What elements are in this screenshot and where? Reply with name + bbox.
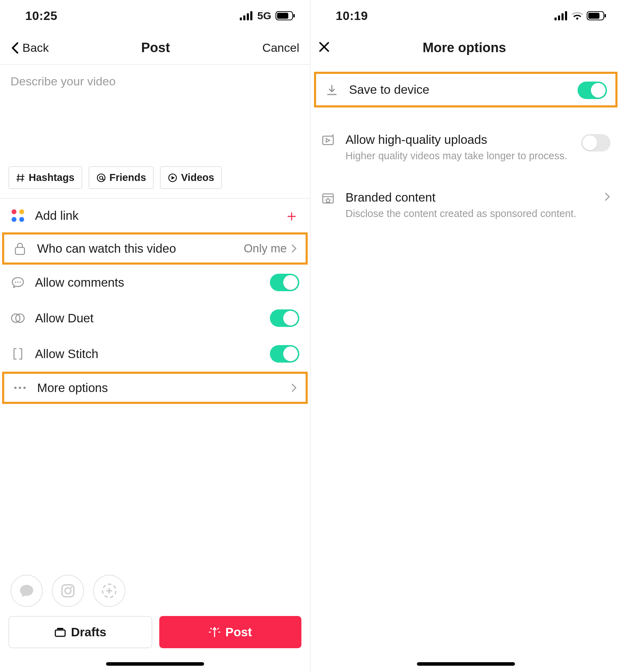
allow-duet-toggle[interactable]	[270, 309, 299, 327]
close-button[interactable]	[318, 40, 339, 56]
branded-content-sub: Disclose the content created as sponsore…	[346, 208, 594, 219]
battery-icon	[587, 11, 606, 20]
status-bar: 10:19	[310, 0, 621, 31]
svg-rect-29	[565, 11, 567, 20]
more-icon	[13, 386, 27, 390]
allow-stitch-label: Allow Stitch	[35, 347, 260, 361]
nav-bar: Back Post Cancel	[0, 31, 310, 65]
lock-icon	[13, 242, 27, 255]
hq-uploads-sub: Higher quality videos may take longer to…	[346, 150, 571, 162]
svg-point-13	[17, 281, 19, 283]
more-options-row[interactable]: More options	[2, 372, 308, 404]
home-indicator	[106, 662, 204, 666]
svg-point-30	[576, 18, 578, 20]
allow-duet-label: Allow Duet	[35, 311, 260, 325]
svg-rect-2	[247, 13, 249, 20]
svg-point-21	[65, 588, 71, 594]
svg-rect-32	[588, 13, 600, 19]
videos-chip[interactable]: Videos	[160, 166, 222, 189]
page-title: Post	[141, 40, 170, 55]
chevron-right-icon	[604, 192, 610, 202]
add-link-row[interactable]: Add link ＋	[0, 199, 310, 232]
hq-uploads-toggle[interactable]	[581, 134, 610, 152]
svg-rect-34	[323, 136, 333, 145]
allow-duet-row[interactable]: Allow Duet	[0, 300, 310, 336]
allow-stitch-row[interactable]: Allow Stitch	[0, 336, 310, 372]
chip-label: Hashtags	[29, 172, 75, 183]
svg-rect-25	[57, 628, 63, 629]
svg-rect-28	[561, 13, 564, 20]
back-button[interactable]: Back	[11, 41, 49, 55]
add-link-label: Add link	[35, 209, 274, 223]
add-story-icon	[100, 582, 118, 600]
svg-rect-27	[558, 15, 560, 20]
comment-icon	[11, 276, 25, 289]
svg-rect-24	[55, 630, 65, 636]
status-right: 5G	[240, 10, 295, 22]
svg-rect-0	[240, 18, 242, 20]
chevron-right-icon	[291, 383, 297, 393]
svg-marker-10	[172, 176, 175, 180]
svg-point-12	[15, 281, 16, 283]
post-screen: 10:25 5G Back Post Cancel Describe your …	[0, 0, 310, 672]
share-instagram-button[interactable]	[52, 575, 84, 607]
status-bar: 10:25 5G	[0, 0, 310, 31]
status-time: 10:19	[336, 9, 368, 23]
caption-input[interactable]: Describe your video	[0, 65, 310, 166]
svg-point-22	[70, 586, 72, 588]
branded-content-row[interactable]: Branded content Disclose the content cre…	[310, 181, 621, 223]
save-to-device-row[interactable]: Save to device	[316, 74, 615, 105]
cancel-button[interactable]: Cancel	[262, 41, 299, 55]
svg-rect-5	[277, 13, 288, 19]
post-label: Post	[225, 625, 252, 639]
wifi-icon	[571, 11, 583, 20]
hq-uploads-label: Allow high-quality uploads	[346, 133, 571, 147]
nav-bar: More options	[310, 31, 621, 65]
allow-comments-row[interactable]: Allow comments	[0, 265, 310, 300]
save-to-device-toggle[interactable]	[578, 82, 607, 99]
hashtags-chip[interactable]: Hashtags	[8, 166, 82, 189]
svg-rect-3	[250, 11, 252, 20]
close-icon	[318, 41, 330, 53]
stitch-icon	[11, 347, 25, 360]
allow-comments-label: Allow comments	[35, 275, 260, 289]
svg-rect-6	[293, 14, 295, 18]
chip-row: Hashtags Friends Videos	[0, 166, 310, 199]
privacy-value: Only me	[244, 242, 287, 255]
privacy-label: Who can watch this video	[37, 241, 234, 255]
network-label: 5G	[257, 10, 271, 22]
battery-icon	[275, 11, 295, 20]
svg-rect-20	[62, 585, 74, 597]
drafts-label: Drafts	[71, 625, 106, 639]
svg-rect-1	[243, 15, 245, 20]
share-story-button[interactable]	[93, 575, 125, 607]
share-message-button[interactable]	[11, 575, 43, 607]
allow-stitch-toggle[interactable]	[270, 345, 299, 363]
branded-icon	[321, 190, 336, 204]
svg-point-7	[97, 174, 105, 182]
svg-point-18	[19, 387, 21, 389]
svg-rect-26	[554, 18, 557, 20]
svg-point-19	[23, 387, 26, 389]
post-icon	[209, 626, 221, 638]
more-options-label: More options	[37, 381, 281, 395]
play-circle-icon	[168, 173, 177, 183]
hq-uploads-row[interactable]: Allow high-quality uploads Higher qualit…	[310, 123, 621, 165]
chat-bubble-icon	[19, 583, 35, 598]
duet-icon	[11, 313, 25, 323]
allow-comments-toggle[interactable]	[270, 274, 299, 291]
video-icon	[321, 133, 336, 146]
drafts-button[interactable]: Drafts	[8, 616, 152, 648]
status-time: 10:25	[25, 9, 57, 23]
save-to-device-label: Save to device	[349, 83, 568, 97]
hashtag-icon	[16, 173, 25, 182]
privacy-row[interactable]: Who can watch this video Only me	[2, 232, 308, 265]
svg-point-8	[99, 176, 103, 179]
save-to-device-highlight: Save to device	[314, 72, 617, 107]
post-button[interactable]: Post	[159, 616, 302, 648]
home-indicator	[417, 662, 515, 666]
share-row	[0, 575, 310, 616]
mention-icon	[96, 173, 106, 183]
friends-chip[interactable]: Friends	[89, 166, 154, 189]
status-right	[554, 11, 606, 20]
